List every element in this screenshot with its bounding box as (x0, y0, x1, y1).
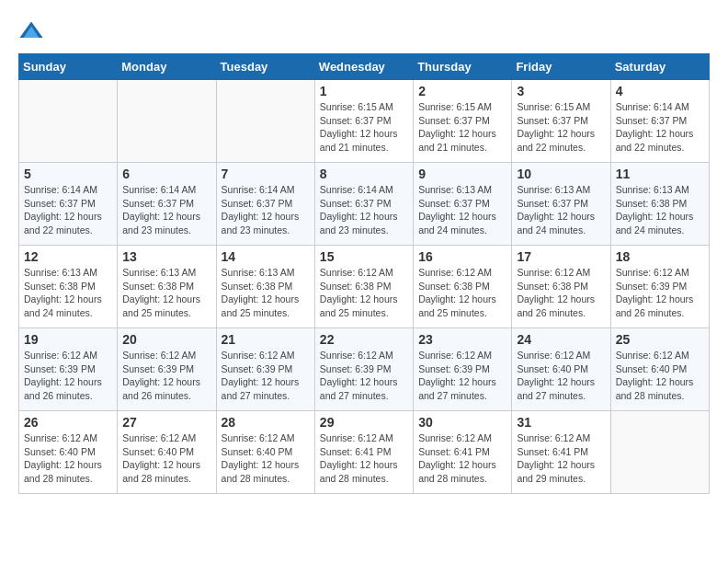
day-info: Sunrise: 6:12 AM Sunset: 6:39 PM Dayligh… (222, 349, 310, 403)
table-row: 22Sunrise: 6:12 AM Sunset: 6:39 PM Dayli… (314, 328, 413, 411)
day-info: Sunrise: 6:14 AM Sunset: 6:37 PM Dayligh… (24, 183, 112, 237)
day-info: Sunrise: 6:14 AM Sunset: 6:37 PM Dayligh… (616, 100, 704, 155)
day-info: Sunrise: 6:12 AM Sunset: 6:39 PM Dayligh… (122, 349, 210, 403)
table-row: 19Sunrise: 6:12 AM Sunset: 6:39 PM Dayli… (19, 328, 118, 411)
table-row: 6Sunrise: 6:14 AM Sunset: 6:37 PM Daylig… (118, 163, 216, 246)
table-row: 25Sunrise: 6:12 AM Sunset: 6:40 PM Dayli… (610, 328, 709, 411)
day-number: 13 (122, 249, 210, 264)
day-number: 29 (320, 415, 408, 430)
day-info: Sunrise: 6:15 AM Sunset: 6:37 PM Dayligh… (517, 100, 605, 155)
day-number: 30 (418, 415, 506, 430)
week-row-4: 19Sunrise: 6:12 AM Sunset: 6:39 PM Dayli… (19, 328, 710, 411)
day-info: Sunrise: 6:12 AM Sunset: 6:39 PM Dayligh… (418, 349, 506, 403)
day-info: Sunrise: 6:12 AM Sunset: 6:40 PM Dayligh… (616, 349, 704, 403)
day-info: Sunrise: 6:12 AM Sunset: 6:40 PM Dayligh… (517, 349, 605, 403)
table-row: 7Sunrise: 6:14 AM Sunset: 6:37 PM Daylig… (216, 163, 314, 246)
day-info: Sunrise: 6:12 AM Sunset: 6:40 PM Dayligh… (24, 431, 112, 486)
header-saturday: Saturday (610, 54, 709, 80)
day-info: Sunrise: 6:13 AM Sunset: 6:37 PM Dayligh… (418, 183, 506, 237)
table-row: 16Sunrise: 6:12 AM Sunset: 6:38 PM Dayli… (414, 246, 512, 328)
day-number: 5 (24, 167, 112, 181)
table-row: 14Sunrise: 6:13 AM Sunset: 6:38 PM Dayli… (216, 246, 314, 328)
table-row: 1Sunrise: 6:15 AM Sunset: 6:37 PM Daylig… (314, 80, 413, 163)
day-number: 8 (320, 167, 408, 181)
day-number: 16 (418, 249, 506, 264)
calendar-table: SundayMondayTuesdayWednesdayThursdayFrid… (18, 53, 710, 494)
table-row: 18Sunrise: 6:12 AM Sunset: 6:39 PM Dayli… (610, 246, 709, 328)
day-info: Sunrise: 6:12 AM Sunset: 6:39 PM Dayligh… (320, 349, 408, 403)
day-number: 23 (418, 332, 506, 347)
table-row (610, 411, 709, 494)
table-row: 26Sunrise: 6:12 AM Sunset: 6:40 PM Dayli… (19, 411, 118, 494)
day-info: Sunrise: 6:12 AM Sunset: 6:41 PM Dayligh… (320, 431, 408, 486)
day-info: Sunrise: 6:12 AM Sunset: 6:40 PM Dayligh… (122, 431, 210, 486)
day-number: 15 (320, 249, 408, 264)
table-row: 23Sunrise: 6:12 AM Sunset: 6:39 PM Dayli… (414, 328, 512, 411)
week-row-5: 26Sunrise: 6:12 AM Sunset: 6:40 PM Dayli… (19, 411, 710, 494)
day-number: 12 (24, 249, 112, 264)
day-number: 20 (122, 332, 210, 347)
day-number: 26 (24, 415, 112, 430)
table-row: 17Sunrise: 6:12 AM Sunset: 6:38 PM Dayli… (512, 246, 610, 328)
day-info: Sunrise: 6:12 AM Sunset: 6:41 PM Dayligh… (418, 431, 506, 486)
day-info: Sunrise: 6:15 AM Sunset: 6:37 PM Dayligh… (418, 100, 506, 155)
header-thursday: Thursday (414, 54, 512, 80)
day-number: 18 (616, 249, 704, 264)
day-number: 9 (418, 167, 506, 181)
day-info: Sunrise: 6:13 AM Sunset: 6:38 PM Dayligh… (222, 266, 310, 320)
header-row: SundayMondayTuesdayWednesdayThursdayFrid… (19, 54, 710, 80)
day-number: 6 (122, 167, 210, 181)
day-info: Sunrise: 6:13 AM Sunset: 6:38 PM Dayligh… (24, 266, 112, 320)
table-row: 2Sunrise: 6:15 AM Sunset: 6:37 PM Daylig… (414, 80, 512, 163)
day-number: 24 (517, 332, 605, 347)
table-row: 10Sunrise: 6:13 AM Sunset: 6:37 PM Dayli… (512, 163, 610, 246)
header-wednesday: Wednesday (314, 54, 413, 80)
week-row-2: 5Sunrise: 6:14 AM Sunset: 6:37 PM Daylig… (19, 163, 710, 246)
day-info: Sunrise: 6:12 AM Sunset: 6:41 PM Dayligh… (517, 431, 605, 486)
table-row: 27Sunrise: 6:12 AM Sunset: 6:40 PM Dayli… (118, 411, 216, 494)
table-row (118, 80, 216, 163)
day-info: Sunrise: 6:14 AM Sunset: 6:37 PM Dayligh… (320, 183, 408, 237)
day-info: Sunrise: 6:12 AM Sunset: 6:39 PM Dayligh… (616, 266, 704, 320)
day-number: 19 (24, 332, 112, 347)
table-row: 9Sunrise: 6:13 AM Sunset: 6:37 PM Daylig… (414, 163, 512, 246)
day-number: 14 (222, 249, 310, 264)
day-info: Sunrise: 6:15 AM Sunset: 6:37 PM Dayligh… (320, 100, 408, 155)
table-row (216, 80, 314, 163)
day-number: 28 (222, 415, 310, 430)
day-info: Sunrise: 6:13 AM Sunset: 6:37 PM Dayligh… (517, 183, 605, 237)
header-tuesday: Tuesday (216, 54, 314, 80)
day-info: Sunrise: 6:12 AM Sunset: 6:38 PM Dayligh… (517, 266, 605, 320)
table-row: 20Sunrise: 6:12 AM Sunset: 6:39 PM Dayli… (118, 328, 216, 411)
logo-icon (18, 18, 44, 44)
week-row-1: 1Sunrise: 6:15 AM Sunset: 6:37 PM Daylig… (19, 80, 710, 163)
day-info: Sunrise: 6:13 AM Sunset: 6:38 PM Dayligh… (122, 266, 210, 320)
day-info: Sunrise: 6:12 AM Sunset: 6:39 PM Dayligh… (24, 349, 112, 403)
table-row: 24Sunrise: 6:12 AM Sunset: 6:40 PM Dayli… (512, 328, 610, 411)
table-row: 15Sunrise: 6:12 AM Sunset: 6:38 PM Dayli… (314, 246, 413, 328)
day-number: 7 (222, 167, 310, 181)
table-row: 30Sunrise: 6:12 AM Sunset: 6:41 PM Dayli… (414, 411, 512, 494)
day-number: 11 (616, 167, 704, 181)
day-info: Sunrise: 6:14 AM Sunset: 6:37 PM Dayligh… (122, 183, 210, 237)
day-number: 21 (222, 332, 310, 347)
table-row: 11Sunrise: 6:13 AM Sunset: 6:38 PM Dayli… (610, 163, 709, 246)
day-number: 1 (320, 84, 408, 98)
day-number: 3 (517, 84, 605, 98)
day-number: 31 (517, 415, 605, 430)
logo (18, 18, 48, 44)
table-row: 5Sunrise: 6:14 AM Sunset: 6:37 PM Daylig… (19, 163, 118, 246)
header-monday: Monday (118, 54, 216, 80)
table-row: 3Sunrise: 6:15 AM Sunset: 6:37 PM Daylig… (512, 80, 610, 163)
week-row-3: 12Sunrise: 6:13 AM Sunset: 6:38 PM Dayli… (19, 246, 710, 328)
day-number: 2 (418, 84, 506, 98)
header-friday: Friday (512, 54, 610, 80)
day-number: 22 (320, 332, 408, 347)
day-info: Sunrise: 6:12 AM Sunset: 6:38 PM Dayligh… (320, 266, 408, 320)
table-row: 31Sunrise: 6:12 AM Sunset: 6:41 PM Dayli… (512, 411, 610, 494)
day-number: 25 (616, 332, 704, 347)
table-row: 28Sunrise: 6:12 AM Sunset: 6:40 PM Dayli… (216, 411, 314, 494)
day-number: 17 (517, 249, 605, 264)
day-info: Sunrise: 6:13 AM Sunset: 6:38 PM Dayligh… (616, 183, 704, 237)
table-row: 4Sunrise: 6:14 AM Sunset: 6:37 PM Daylig… (610, 80, 709, 163)
